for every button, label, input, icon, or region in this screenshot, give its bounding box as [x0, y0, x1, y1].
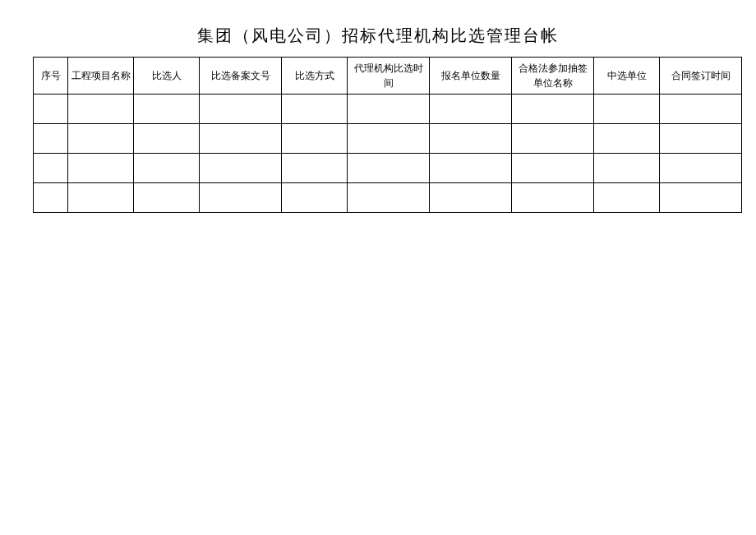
cell: [430, 183, 512, 213]
cell: [68, 154, 134, 183]
cell: [594, 154, 660, 183]
cell: [430, 154, 512, 183]
header-filing-number: 比选备案文号: [200, 58, 282, 95]
cell: [512, 95, 594, 124]
header-applicant-count: 报名单位数量: [430, 58, 512, 95]
cell: [512, 183, 594, 213]
cell: [512, 124, 594, 154]
cell: [348, 183, 430, 213]
cell: [34, 154, 68, 183]
cell: [68, 183, 134, 213]
cell: [200, 183, 282, 213]
header-selector: 比选人: [134, 58, 200, 95]
header-project-name: 工程项目名称: [68, 58, 134, 95]
cell: [34, 183, 68, 213]
ledger-table: 序号 工程项目名称 比选人 比选备案文号 比选方式 代理机构比选时间 报名单位数…: [33, 57, 742, 213]
cell: [200, 154, 282, 183]
cell: [348, 154, 430, 183]
page-title: 集团（风电公司）招标代理机构比选管理台帐: [33, 25, 723, 47]
cell: [348, 95, 430, 124]
cell: [594, 124, 660, 154]
header-contract-time: 合同签订时间: [660, 58, 742, 95]
table-row: [34, 183, 742, 213]
cell: [134, 124, 200, 154]
cell: [430, 124, 512, 154]
cell: [660, 154, 742, 183]
cell: [348, 124, 430, 154]
cell: [68, 124, 134, 154]
cell: [282, 154, 348, 183]
header-selection-method: 比选方式: [282, 58, 348, 95]
table-row: [34, 124, 742, 154]
cell: [282, 124, 348, 154]
cell: [282, 183, 348, 213]
cell: [200, 124, 282, 154]
cell: [134, 154, 200, 183]
cell: [34, 95, 68, 124]
cell: [134, 183, 200, 213]
header-seq: 序号: [34, 58, 68, 95]
table-row: [34, 154, 742, 183]
cell: [594, 183, 660, 213]
cell: [594, 95, 660, 124]
header-selection-time: 代理机构比选时间: [348, 58, 430, 95]
table-row: [34, 95, 742, 124]
cell: [660, 183, 742, 213]
cell: [200, 95, 282, 124]
cell: [660, 95, 742, 124]
cell: [512, 154, 594, 183]
cell: [660, 124, 742, 154]
header-selected-unit: 中选单位: [594, 58, 660, 95]
header-row: 序号 工程项目名称 比选人 比选备案文号 比选方式 代理机构比选时间 报名单位数…: [34, 58, 742, 95]
header-qualified-units: 合格法参加抽签单位名称: [512, 58, 594, 95]
cell: [134, 95, 200, 124]
cell: [34, 124, 68, 154]
cell: [282, 95, 348, 124]
cell: [430, 95, 512, 124]
cell: [68, 95, 134, 124]
